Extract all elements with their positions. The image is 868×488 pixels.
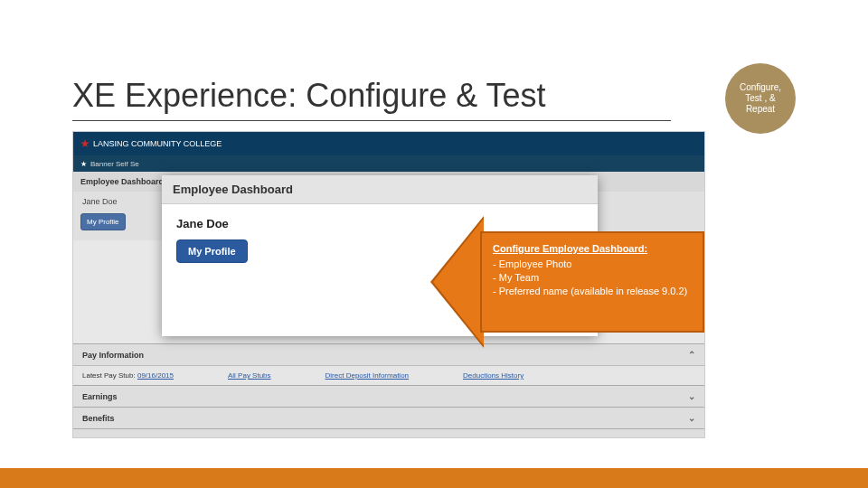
card-title: Employee Dashboard bbox=[162, 175, 598, 204]
latest-pay-date-link[interactable]: 09/16/2015 bbox=[137, 371, 174, 380]
slide-title: XE Experience: Configure & Test bbox=[72, 77, 671, 121]
all-pay-stubs-link[interactable]: All Pay Stubs bbox=[228, 371, 271, 380]
chevron-up-icon: ⌃ bbox=[688, 350, 695, 360]
sidebar-user-name: Jane Doe bbox=[80, 192, 157, 211]
callout-arrow: Configure Employee Dashboard: - Employee… bbox=[433, 231, 704, 333]
app-nav: ★ Banner Self Se bbox=[73, 155, 704, 172]
app-header: LANSING COMMUNITY COLLEGE bbox=[73, 132, 704, 155]
org-logo: LANSING COMMUNITY COLLEGE bbox=[80, 139, 222, 148]
sidebar: Jane Doe My Profile bbox=[80, 192, 157, 230]
nav-crumb: Banner Self Se bbox=[90, 160, 139, 168]
deductions-history-link[interactable]: Deductions History bbox=[463, 371, 524, 380]
section-benefits[interactable]: Benefits⌄ bbox=[73, 408, 704, 428]
chevron-down-icon: ⌄ bbox=[688, 435, 695, 438]
process-badge: Configure, Test , & Repeat bbox=[725, 63, 796, 134]
latest-pay-label: Latest Pay Stub: bbox=[82, 371, 136, 380]
nav-star-icon: ★ bbox=[80, 160, 87, 168]
chevron-down-icon: ⌄ bbox=[688, 391, 695, 401]
star-icon bbox=[80, 139, 90, 148]
callout-line-1: - Employee Photo bbox=[493, 258, 692, 271]
callout-line-3: - Preferred name (available in release 9… bbox=[493, 285, 692, 298]
focus-card: Employee Dashboard Jane Doe My Profile C… bbox=[162, 175, 598, 336]
sidebar-profile-button[interactable]: My Profile bbox=[80, 213, 126, 230]
my-profile-button[interactable]: My Profile bbox=[176, 239, 248, 263]
screenshot-frame: LANSING COMMUNITY COLLEGE ★ Banner Self … bbox=[72, 131, 705, 438]
section-taxes[interactable]: Taxes⌄ bbox=[73, 429, 704, 438]
callout-heading: Configure Employee Dashboard: bbox=[493, 242, 692, 256]
section-pay[interactable]: Pay Information ⌃ bbox=[73, 344, 704, 365]
pay-info-row: Latest Pay Stub: 09/16/2015 All Pay Stub… bbox=[73, 365, 704, 385]
org-name: LANSING COMMUNITY COLLEGE bbox=[93, 139, 222, 148]
callout-line-2: - My Team bbox=[493, 271, 692, 285]
direct-deposit-link[interactable]: Direct Deposit Information bbox=[326, 371, 409, 380]
footer-bar bbox=[0, 468, 868, 488]
section-pay-label: Pay Information bbox=[82, 351, 144, 360]
card-user-name: Jane Doe bbox=[176, 217, 583, 230]
section-earnings[interactable]: Earnings⌄ bbox=[73, 386, 704, 407]
chevron-down-icon: ⌄ bbox=[688, 413, 695, 423]
